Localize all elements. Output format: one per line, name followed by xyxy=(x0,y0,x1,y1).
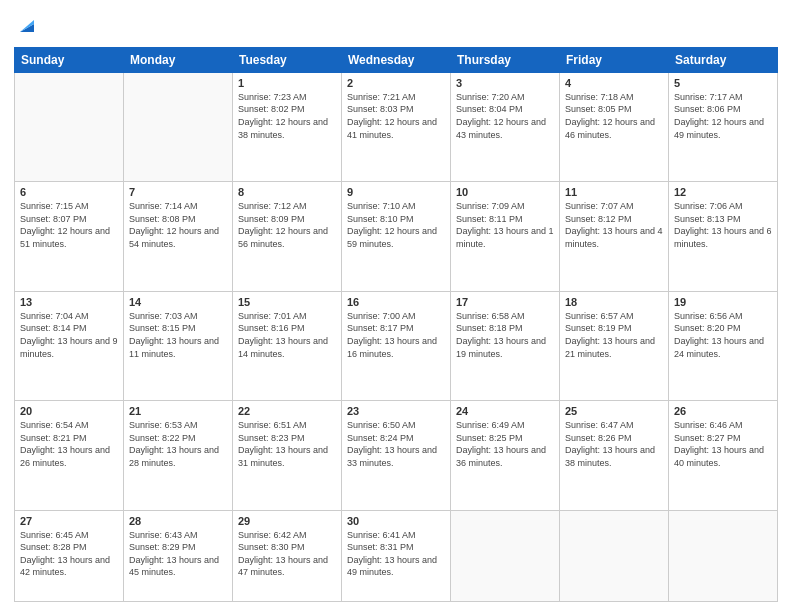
calendar-cell: 8Sunrise: 7:12 AM Sunset: 8:09 PM Daylig… xyxy=(233,182,342,291)
calendar-header-sunday: Sunday xyxy=(15,47,124,72)
calendar-cell xyxy=(669,510,778,601)
day-info: Sunrise: 7:10 AM Sunset: 8:10 PM Dayligh… xyxy=(347,200,445,250)
calendar-cell: 25Sunrise: 6:47 AM Sunset: 8:26 PM Dayli… xyxy=(560,401,669,510)
day-number: 12 xyxy=(674,186,772,198)
day-info: Sunrise: 6:50 AM Sunset: 8:24 PM Dayligh… xyxy=(347,419,445,469)
day-number: 28 xyxy=(129,515,227,527)
calendar-header-thursday: Thursday xyxy=(451,47,560,72)
day-number: 24 xyxy=(456,405,554,417)
day-number: 20 xyxy=(20,405,118,417)
calendar-cell: 18Sunrise: 6:57 AM Sunset: 8:19 PM Dayli… xyxy=(560,291,669,400)
calendar-cell: 19Sunrise: 6:56 AM Sunset: 8:20 PM Dayli… xyxy=(669,291,778,400)
day-info: Sunrise: 7:17 AM Sunset: 8:06 PM Dayligh… xyxy=(674,91,772,141)
day-number: 4 xyxy=(565,77,663,89)
calendar-cell: 17Sunrise: 6:58 AM Sunset: 8:18 PM Dayli… xyxy=(451,291,560,400)
calendar-cell: 7Sunrise: 7:14 AM Sunset: 8:08 PM Daylig… xyxy=(124,182,233,291)
day-info: Sunrise: 7:23 AM Sunset: 8:02 PM Dayligh… xyxy=(238,91,336,141)
calendar-header-wednesday: Wednesday xyxy=(342,47,451,72)
calendar-cell: 22Sunrise: 6:51 AM Sunset: 8:23 PM Dayli… xyxy=(233,401,342,510)
day-number: 23 xyxy=(347,405,445,417)
day-info: Sunrise: 6:54 AM Sunset: 8:21 PM Dayligh… xyxy=(20,419,118,469)
day-info: Sunrise: 6:47 AM Sunset: 8:26 PM Dayligh… xyxy=(565,419,663,469)
day-info: Sunrise: 7:20 AM Sunset: 8:04 PM Dayligh… xyxy=(456,91,554,141)
day-number: 13 xyxy=(20,296,118,308)
calendar-cell: 14Sunrise: 7:03 AM Sunset: 8:15 PM Dayli… xyxy=(124,291,233,400)
header xyxy=(14,10,778,41)
calendar-cell: 1Sunrise: 7:23 AM Sunset: 8:02 PM Daylig… xyxy=(233,72,342,181)
day-info: Sunrise: 6:53 AM Sunset: 8:22 PM Dayligh… xyxy=(129,419,227,469)
day-number: 5 xyxy=(674,77,772,89)
calendar-cell xyxy=(124,72,233,181)
calendar-header-friday: Friday xyxy=(560,47,669,72)
calendar-cell: 21Sunrise: 6:53 AM Sunset: 8:22 PM Dayli… xyxy=(124,401,233,510)
day-number: 19 xyxy=(674,296,772,308)
day-info: Sunrise: 6:45 AM Sunset: 8:28 PM Dayligh… xyxy=(20,529,118,579)
calendar-cell: 28Sunrise: 6:43 AM Sunset: 8:29 PM Dayli… xyxy=(124,510,233,601)
calendar-cell: 13Sunrise: 7:04 AM Sunset: 8:14 PM Dayli… xyxy=(15,291,124,400)
calendar-week-row: 27Sunrise: 6:45 AM Sunset: 8:28 PM Dayli… xyxy=(15,510,778,601)
calendar-cell: 3Sunrise: 7:20 AM Sunset: 8:04 PM Daylig… xyxy=(451,72,560,181)
day-info: Sunrise: 7:04 AM Sunset: 8:14 PM Dayligh… xyxy=(20,310,118,360)
day-number: 30 xyxy=(347,515,445,527)
calendar-cell: 2Sunrise: 7:21 AM Sunset: 8:03 PM Daylig… xyxy=(342,72,451,181)
day-info: Sunrise: 7:07 AM Sunset: 8:12 PM Dayligh… xyxy=(565,200,663,250)
calendar-cell: 4Sunrise: 7:18 AM Sunset: 8:05 PM Daylig… xyxy=(560,72,669,181)
day-number: 1 xyxy=(238,77,336,89)
calendar-cell: 11Sunrise: 7:07 AM Sunset: 8:12 PM Dayli… xyxy=(560,182,669,291)
calendar-cell: 16Sunrise: 7:00 AM Sunset: 8:17 PM Dayli… xyxy=(342,291,451,400)
calendar-cell: 9Sunrise: 7:10 AM Sunset: 8:10 PM Daylig… xyxy=(342,182,451,291)
day-info: Sunrise: 7:14 AM Sunset: 8:08 PM Dayligh… xyxy=(129,200,227,250)
calendar-cell xyxy=(15,72,124,181)
calendar-week-row: 20Sunrise: 6:54 AM Sunset: 8:21 PM Dayli… xyxy=(15,401,778,510)
day-info: Sunrise: 6:46 AM Sunset: 8:27 PM Dayligh… xyxy=(674,419,772,469)
day-number: 7 xyxy=(129,186,227,198)
calendar-week-row: 6Sunrise: 7:15 AM Sunset: 8:07 PM Daylig… xyxy=(15,182,778,291)
day-number: 29 xyxy=(238,515,336,527)
day-number: 26 xyxy=(674,405,772,417)
calendar-header-tuesday: Tuesday xyxy=(233,47,342,72)
calendar-header-saturday: Saturday xyxy=(669,47,778,72)
day-number: 11 xyxy=(565,186,663,198)
day-info: Sunrise: 7:12 AM Sunset: 8:09 PM Dayligh… xyxy=(238,200,336,250)
logo-icon xyxy=(16,14,38,36)
calendar-cell xyxy=(560,510,669,601)
day-number: 21 xyxy=(129,405,227,417)
day-number: 17 xyxy=(456,296,554,308)
day-number: 3 xyxy=(456,77,554,89)
day-number: 18 xyxy=(565,296,663,308)
day-number: 25 xyxy=(565,405,663,417)
day-info: Sunrise: 6:43 AM Sunset: 8:29 PM Dayligh… xyxy=(129,529,227,579)
day-info: Sunrise: 6:42 AM Sunset: 8:30 PM Dayligh… xyxy=(238,529,336,579)
day-number: 15 xyxy=(238,296,336,308)
calendar-cell: 26Sunrise: 6:46 AM Sunset: 8:27 PM Dayli… xyxy=(669,401,778,510)
calendar-cell xyxy=(451,510,560,601)
calendar-cell: 10Sunrise: 7:09 AM Sunset: 8:11 PM Dayli… xyxy=(451,182,560,291)
calendar-week-row: 13Sunrise: 7:04 AM Sunset: 8:14 PM Dayli… xyxy=(15,291,778,400)
day-number: 9 xyxy=(347,186,445,198)
day-info: Sunrise: 7:03 AM Sunset: 8:15 PM Dayligh… xyxy=(129,310,227,360)
day-info: Sunrise: 7:00 AM Sunset: 8:17 PM Dayligh… xyxy=(347,310,445,360)
calendar-cell: 29Sunrise: 6:42 AM Sunset: 8:30 PM Dayli… xyxy=(233,510,342,601)
day-info: Sunrise: 7:15 AM Sunset: 8:07 PM Dayligh… xyxy=(20,200,118,250)
calendar-week-row: 1Sunrise: 7:23 AM Sunset: 8:02 PM Daylig… xyxy=(15,72,778,181)
calendar-cell: 24Sunrise: 6:49 AM Sunset: 8:25 PM Dayli… xyxy=(451,401,560,510)
day-info: Sunrise: 6:49 AM Sunset: 8:25 PM Dayligh… xyxy=(456,419,554,469)
day-number: 8 xyxy=(238,186,336,198)
day-info: Sunrise: 6:58 AM Sunset: 8:18 PM Dayligh… xyxy=(456,310,554,360)
calendar: SundayMondayTuesdayWednesdayThursdayFrid… xyxy=(14,47,778,602)
calendar-header-row: SundayMondayTuesdayWednesdayThursdayFrid… xyxy=(15,47,778,72)
calendar-cell: 30Sunrise: 6:41 AM Sunset: 8:31 PM Dayli… xyxy=(342,510,451,601)
day-number: 2 xyxy=(347,77,445,89)
day-number: 22 xyxy=(238,405,336,417)
day-info: Sunrise: 6:57 AM Sunset: 8:19 PM Dayligh… xyxy=(565,310,663,360)
day-info: Sunrise: 7:21 AM Sunset: 8:03 PM Dayligh… xyxy=(347,91,445,141)
day-number: 10 xyxy=(456,186,554,198)
day-number: 16 xyxy=(347,296,445,308)
day-number: 6 xyxy=(20,186,118,198)
page: SundayMondayTuesdayWednesdayThursdayFrid… xyxy=(0,0,792,612)
calendar-cell: 6Sunrise: 7:15 AM Sunset: 8:07 PM Daylig… xyxy=(15,182,124,291)
calendar-cell: 23Sunrise: 6:50 AM Sunset: 8:24 PM Dayli… xyxy=(342,401,451,510)
logo xyxy=(14,14,38,41)
day-info: Sunrise: 7:18 AM Sunset: 8:05 PM Dayligh… xyxy=(565,91,663,141)
calendar-cell: 5Sunrise: 7:17 AM Sunset: 8:06 PM Daylig… xyxy=(669,72,778,181)
